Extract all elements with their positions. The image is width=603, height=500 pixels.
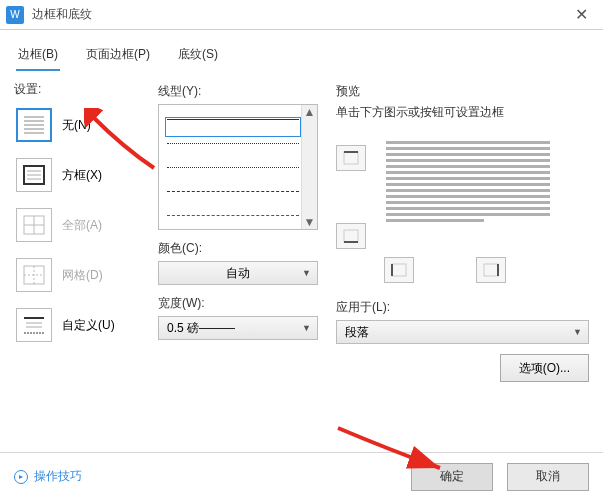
ok-button[interactable]: 确定 — [411, 463, 493, 491]
color-label: 颜色(C): — [158, 240, 318, 257]
width-value: 0.5 磅——— — [167, 320, 235, 337]
preview-hint: 单击下方图示或按钮可设置边框 — [336, 104, 589, 121]
setting-grid[interactable]: 网格(D) — [14, 254, 154, 296]
cancel-button[interactable]: 取消 — [507, 463, 589, 491]
none-icon — [16, 108, 52, 142]
line-style-label: 线型(Y): — [158, 83, 318, 100]
apply-to-value: 段落 — [345, 324, 369, 341]
style-solid[interactable] — [167, 119, 299, 135]
svg-rect-23 — [392, 264, 406, 276]
setting-box-label: 方框(X) — [62, 167, 102, 184]
tab-border[interactable]: 边框(B) — [16, 42, 60, 71]
app-icon: W — [6, 6, 24, 24]
custom-icon — [16, 308, 52, 342]
grid-icon — [16, 258, 52, 292]
apply-to-combo[interactable]: 段落 ▼ — [336, 320, 589, 344]
tips-link[interactable]: ▸ 操作技巧 — [14, 468, 82, 485]
setting-grid-label: 网格(D) — [62, 267, 103, 284]
line-style-list[interactable]: ▲▼ — [158, 104, 318, 230]
window-title: 边框和底纹 — [32, 6, 559, 23]
border-left-toggle[interactable] — [384, 257, 414, 283]
style-dotted[interactable] — [167, 143, 299, 159]
border-top-toggle[interactable] — [336, 145, 366, 171]
options-button[interactable]: 选项(O)... — [500, 354, 589, 382]
box-icon — [16, 158, 52, 192]
svg-rect-19 — [344, 152, 358, 164]
svg-rect-21 — [344, 230, 358, 242]
setting-custom-label: 自定义(U) — [62, 317, 115, 334]
style-dense-dot[interactable] — [167, 167, 299, 183]
play-icon: ▸ — [14, 470, 28, 484]
setting-box[interactable]: 方框(X) — [14, 154, 154, 196]
tips-label: 操作技巧 — [34, 468, 82, 485]
border-bottom-toggle[interactable] — [336, 223, 366, 249]
setting-none[interactable]: 无(N) — [14, 104, 154, 146]
style-dashdot[interactable] — [167, 215, 299, 231]
border-right-toggle[interactable] — [476, 257, 506, 283]
dialog-footer: ▸ 操作技巧 确定 取消 — [0, 452, 603, 500]
chevron-down-icon: ▼ — [573, 327, 582, 337]
svg-rect-25 — [484, 264, 498, 276]
color-value: 自动 — [226, 265, 250, 282]
chevron-down-icon: ▼ — [302, 323, 311, 333]
tab-page-border[interactable]: 页面边框(P) — [84, 42, 152, 71]
preview-canvas[interactable] — [382, 137, 554, 233]
setting-none-label: 无(N) — [62, 117, 91, 134]
close-button[interactable]: ✕ — [559, 0, 603, 30]
scroll-down-icon[interactable]: ▼ — [304, 215, 316, 229]
list-scrollbar[interactable]: ▲▼ — [301, 105, 317, 229]
tab-shading[interactable]: 底纹(S) — [176, 42, 220, 71]
setting-custom[interactable]: 自定义(U) — [14, 304, 154, 346]
setting-all-label: 全部(A) — [62, 217, 102, 234]
preview-header: 预览 — [336, 83, 589, 100]
apply-to-label: 应用于(L): — [336, 299, 589, 316]
all-icon — [16, 208, 52, 242]
chevron-down-icon: ▼ — [302, 268, 311, 278]
style-dashed[interactable] — [167, 191, 299, 207]
title-bar: W 边框和底纹 ✕ — [0, 0, 603, 30]
scroll-up-icon[interactable]: ▲ — [304, 105, 316, 119]
width-combo[interactable]: 0.5 磅——— ▼ — [158, 316, 318, 340]
settings-header: 设置: — [14, 81, 154, 98]
setting-all[interactable]: 全部(A) — [14, 204, 154, 246]
color-combo[interactable]: 自动 ▼ — [158, 261, 318, 285]
width-label: 宽度(W): — [158, 295, 318, 312]
tab-strip: 边框(B) 页面边框(P) 底纹(S) — [0, 30, 603, 71]
